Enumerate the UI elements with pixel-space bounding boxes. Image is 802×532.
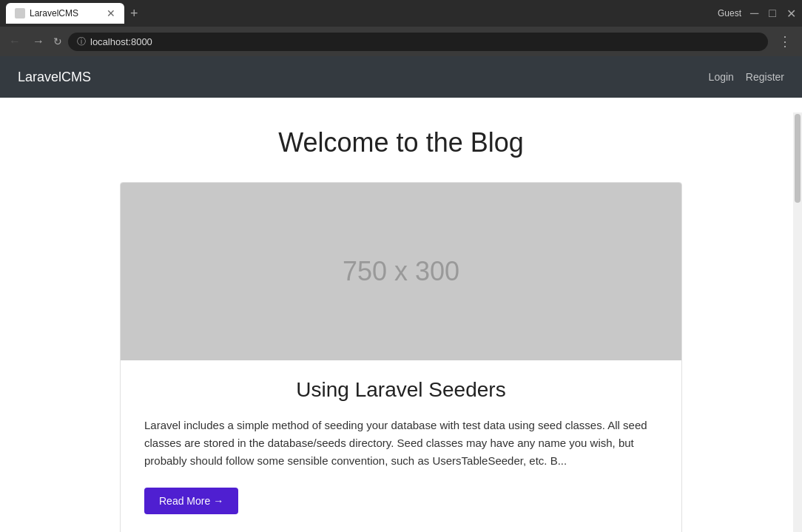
register-link[interactable]: Register — [746, 71, 784, 83]
refresh-button[interactable]: ↻ — [53, 36, 62, 47]
blog-card: 750 x 300 Using Laravel Seeders Laravel … — [120, 182, 682, 532]
login-link[interactable]: Login — [709, 71, 734, 83]
blog-card-image: 750 x 300 — [121, 183, 681, 360]
scrollbar[interactable] — [793, 112, 802, 532]
url-text: localhost:8000 — [90, 36, 152, 47]
forward-button[interactable]: → — [30, 33, 47, 50]
image-placeholder-text: 750 x 300 — [343, 256, 459, 287]
post-title: Using Laravel Seeders — [144, 378, 658, 402]
browser-menu-button[interactable]: ⋮ — [774, 32, 796, 51]
scrollbar-thumb[interactable] — [795, 114, 801, 203]
back-button[interactable]: ← — [6, 33, 24, 50]
nav-links: Login Register — [709, 71, 784, 83]
main-content: Welcome to the Blog 750 x 300 Using Lara… — [105, 98, 697, 532]
new-tab-button[interactable]: + — [130, 6, 138, 21]
secure-icon: ⓘ — [77, 36, 86, 48]
app-brand[interactable]: LaravelCMS — [18, 70, 91, 85]
browser-tab[interactable]: LaravelCMS ✕ — [6, 3, 124, 24]
blog-card-body: Using Laravel Seeders Laravel includes a… — [121, 360, 681, 532]
app-navbar: LaravelCMS Login Register — [0, 56, 802, 98]
url-field[interactable]: ⓘ localhost:8000 — [68, 33, 768, 51]
close-icon[interactable]: ✕ — [786, 7, 796, 21]
maximize-icon[interactable]: □ — [769, 7, 776, 20]
address-bar: ← → ↻ ⓘ localhost:8000 ⋮ — [0, 27, 802, 56]
tab-close-icon[interactable]: ✕ — [107, 7, 115, 19]
guest-label: Guest — [718, 8, 741, 18]
post-excerpt: Laravel includes a simple method of seed… — [144, 417, 658, 470]
page-title: Welcome to the Blog — [120, 127, 682, 158]
read-more-button[interactable]: Read More → — [144, 488, 238, 514]
minimize-icon[interactable]: ─ — [750, 7, 758, 20]
tab-favicon — [15, 8, 25, 18]
tab-title: LaravelCMS — [30, 8, 101, 18]
window-controls: ─ □ ✕ — [750, 7, 796, 21]
